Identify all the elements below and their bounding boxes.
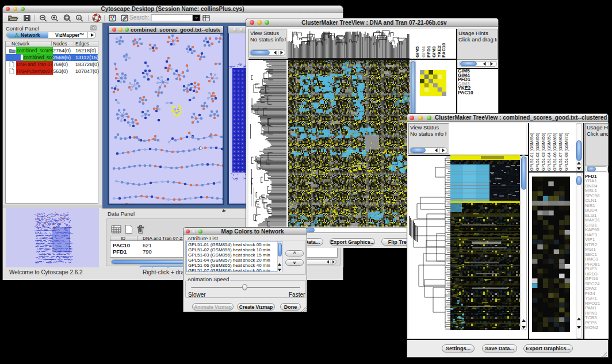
svg-text:1:1: 1:1 — [78, 16, 82, 20]
svg-text:GPL51-04 (GSM857): GPL51-04 (GSM857) — [547, 133, 552, 171]
svg-text:GPL51-08 (GSM872): GPL51-08 (GSM872) — [564, 133, 569, 171]
svg-text:PAC10: PAC10 — [441, 43, 446, 58]
svg-text:PFD1: PFD1 — [426, 45, 431, 58]
svg-text:GPL51-07 (GSM868): GPL51-07 (GSM868) — [559, 133, 563, 171]
svg-text:GPL51-01 (GSM854): GPL51-01 (GSM854) — [530, 133, 534, 171]
svg-text:GIM3: GIM3 — [431, 46, 437, 58]
svg-text:GPL51-03 (GSM856): GPL51-03 (GSM856) — [541, 133, 546, 171]
svg-text:Search:: Search: — [129, 14, 149, 21]
svg-text:GPL51-06 (GSM865): GPL51-06 (GSM865) — [553, 133, 557, 171]
svg-text:GIM4: GIM4 — [421, 46, 426, 58]
svg-text:GIM5: GIM5 — [415, 46, 420, 58]
svg-text:GPL51-02 (GSM855): GPL51-02 (GSM855) — [536, 133, 540, 171]
